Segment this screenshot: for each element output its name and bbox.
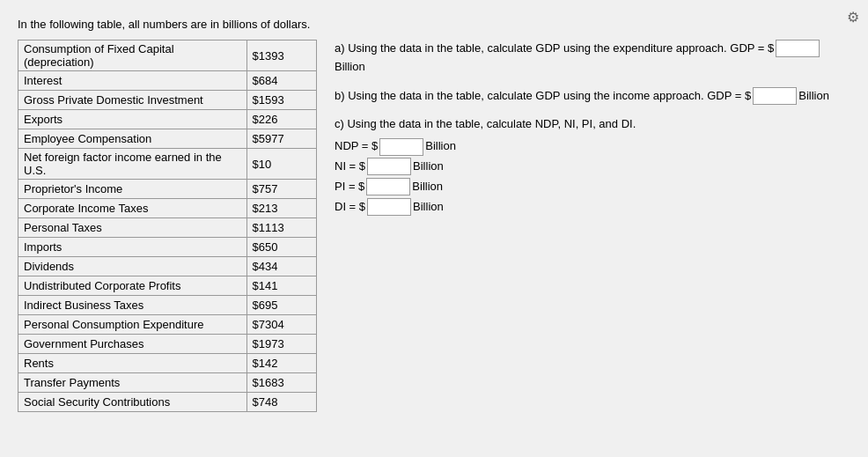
- question-a-text: a) Using the data in the table, calculat…: [335, 40, 774, 58]
- gear-icon-container: ⚙: [847, 9, 859, 26]
- row-value: $7304: [246, 315, 316, 335]
- table-row: Gross Private Domestic Investment$1593: [18, 91, 317, 110]
- question-c: c) Using the data in the table, calculat…: [335, 115, 850, 216]
- row-label: Corporate Income Taxes: [18, 199, 247, 218]
- question-b-text: b) Using the data in the table, calculat…: [335, 87, 751, 106]
- pi-label: PI = $: [335, 178, 364, 196]
- gdp-income-input[interactable]: [753, 87, 797, 105]
- gear-icon[interactable]: ⚙: [847, 10, 859, 25]
- ndp-line: NDP = $ Billion: [335, 137, 850, 156]
- table-row: Personal Taxes$1113: [18, 218, 317, 238]
- questions-section: a) Using the data in the table, calculat…: [335, 40, 850, 226]
- row-label: Interest: [18, 71, 247, 91]
- table-row: Interest$684: [18, 71, 317, 91]
- gdp-expenditure-input[interactable]: [776, 40, 820, 57]
- table-row: Employee Compensation$5977: [18, 129, 317, 149]
- table-row: Personal Consumption Expenditure$7304: [18, 315, 317, 335]
- row-value: $434: [246, 257, 316, 276]
- table-row: Government Purchases$1973: [18, 335, 317, 354]
- ndp-label: NDP = $: [335, 137, 378, 156]
- row-value: $141: [246, 276, 316, 296]
- table-row: Proprietor's Income$757: [18, 180, 317, 199]
- table-row: Corporate Income Taxes$213: [18, 199, 317, 218]
- table-row: Social Security Contributions$748: [18, 393, 317, 412]
- ndp-suffix: Billion: [425, 137, 456, 156]
- table-row: Imports$650: [18, 238, 317, 257]
- question-a: a) Using the data in the table, calculat…: [335, 40, 850, 77]
- data-table: Consumption of Fixed Capital (depreciati…: [18, 40, 317, 412]
- row-label: Exports: [18, 110, 247, 129]
- ndp-input[interactable]: [379, 138, 423, 156]
- ni-suffix: Billion: [413, 158, 444, 176]
- row-label: Net foreign factor income earned in the …: [18, 149, 247, 180]
- row-value: $1973: [246, 335, 316, 354]
- row-value: $684: [246, 71, 316, 91]
- ni-label: NI = $: [335, 158, 365, 176]
- question-b-suffix: Billion: [798, 87, 829, 106]
- table-row: Transfer Payments$1683: [18, 373, 317, 393]
- di-suffix: Billion: [413, 198, 444, 217]
- table-row: Dividends$434: [18, 257, 317, 276]
- row-label: Rents: [18, 354, 247, 373]
- row-value: $5977: [246, 129, 316, 149]
- row-label: Personal Consumption Expenditure: [18, 315, 247, 335]
- ni-input[interactable]: [367, 158, 411, 175]
- row-value: $695: [246, 296, 316, 315]
- pi-suffix: Billion: [412, 178, 443, 196]
- ni-line: NI = $ Billion: [335, 158, 850, 176]
- row-label: Gross Private Domestic Investment: [18, 91, 247, 110]
- pi-input[interactable]: [366, 178, 410, 195]
- table-section: Consumption of Fixed Capital (depreciati…: [18, 40, 317, 412]
- row-value: $142: [246, 354, 316, 373]
- table-row: Indirect Business Taxes$695: [18, 296, 317, 315]
- row-label: Social Security Contributions: [18, 393, 247, 412]
- table-row: Consumption of Fixed Capital (depreciati…: [18, 41, 317, 71]
- pi-line: PI = $ Billion: [335, 178, 850, 196]
- table-row: Exports$226: [18, 110, 317, 129]
- row-label: Dividends: [18, 257, 247, 276]
- row-label: Imports: [18, 238, 247, 257]
- row-value: $10: [246, 149, 316, 180]
- row-value: $1393: [246, 41, 316, 71]
- intro-text: In the following table, all numbers are …: [18, 18, 850, 31]
- question-c-text: c) Using the data in the table, calculat…: [335, 115, 636, 134]
- di-label: DI = $: [335, 198, 365, 217]
- row-label: Government Purchases: [18, 335, 247, 354]
- row-value: $213: [246, 199, 316, 218]
- row-label: Indirect Business Taxes: [18, 296, 247, 315]
- row-label: Proprietor's Income: [18, 180, 247, 199]
- row-value: $748: [246, 393, 316, 412]
- row-value: $1683: [246, 373, 316, 393]
- table-row: Rents$142: [18, 354, 317, 373]
- di-line: DI = $ Billion: [335, 198, 850, 217]
- row-value: $1113: [246, 218, 316, 238]
- row-value: $226: [246, 110, 316, 129]
- row-value: $650: [246, 238, 316, 257]
- row-label: Employee Compensation: [18, 129, 247, 149]
- table-row: Undistributed Corporate Profits$141: [18, 276, 317, 296]
- row-label: Undistributed Corporate Profits: [18, 276, 247, 296]
- table-row: Net foreign factor income earned in the …: [18, 149, 317, 180]
- di-input[interactable]: [367, 198, 411, 216]
- question-b: b) Using the data in the table, calculat…: [335, 87, 850, 106]
- row-value: $757: [246, 180, 316, 199]
- row-label: Transfer Payments: [18, 373, 247, 393]
- row-label: Personal Taxes: [18, 218, 247, 238]
- question-a-suffix: Billion: [335, 58, 365, 77]
- row-label: Consumption of Fixed Capital (depreciati…: [18, 41, 247, 71]
- row-value: $1593: [246, 91, 316, 110]
